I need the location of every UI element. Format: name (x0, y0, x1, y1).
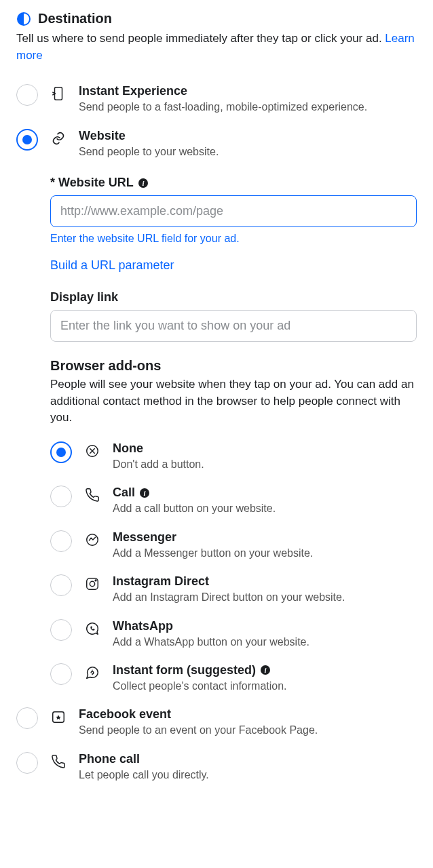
phone-icon (84, 486, 100, 502)
messenger-icon (84, 530, 100, 547)
whatsapp-icon (84, 619, 100, 636)
option-title: Website (79, 129, 417, 143)
website-url-label: * Website URL (50, 176, 134, 190)
option-title: Instant Experience (79, 84, 417, 98)
radio-addon-instant-form[interactable] (50, 663, 72, 685)
none-icon (84, 441, 100, 458)
option-sub: Add a call button on your website. (113, 501, 417, 516)
radio-website[interactable] (16, 129, 38, 151)
radio-addon-instagram[interactable] (50, 574, 72, 596)
option-sub: Add a Messenger button on your website. (113, 546, 417, 561)
option-sub: Collect people's contact information. (113, 679, 417, 694)
option-title: Messenger (113, 530, 417, 545)
option-sub: Don't add a button. (113, 457, 417, 472)
website-url-helper: Enter the website URL field for your ad. (50, 233, 417, 245)
radio-instant-experience[interactable] (16, 84, 38, 106)
website-url-input[interactable] (50, 195, 417, 227)
svg-point-10 (95, 580, 96, 581)
section-description: Tell us where to send people immediately… (16, 31, 417, 64)
option-sub: Send people to a fast-loading, mobile-op… (79, 100, 417, 115)
option-title: Phone call (79, 752, 417, 766)
info-icon[interactable]: i (139, 488, 150, 498)
option-title: None (113, 441, 417, 456)
section-title: Destination (38, 11, 112, 26)
info-icon[interactable]: i (260, 665, 271, 675)
radio-addon-call[interactable] (50, 486, 72, 507)
form-icon (84, 663, 100, 680)
svg-point-9 (90, 581, 94, 586)
phone-icon (50, 752, 67, 769)
build-url-parameter-link[interactable]: Build a URL parameter (50, 258, 417, 273)
option-sub: Add an Instagram Direct button on your w… (113, 590, 417, 605)
option-sub: Add a WhatsApp button on your website. (113, 635, 417, 650)
instagram-icon (84, 574, 100, 591)
browser-addons-desc: People will see your website when they t… (50, 376, 417, 427)
display-link-input[interactable] (50, 310, 417, 342)
svg-rect-1 (55, 87, 62, 100)
option-title: Facebook event (79, 707, 417, 722)
option-sub: Let people call you directly. (79, 768, 417, 783)
radio-phone-call[interactable] (16, 752, 38, 774)
link-icon (50, 129, 67, 146)
radio-facebook-event[interactable] (16, 707, 38, 729)
destination-icon (16, 12, 31, 26)
browser-addons-title: Browser add-ons (50, 358, 417, 374)
instant-experience-icon (50, 84, 67, 101)
radio-addon-none[interactable] (50, 441, 72, 463)
option-title: WhatsApp (113, 619, 417, 633)
display-link-label: Display link (50, 290, 118, 304)
option-title: Instagram Direct (113, 574, 417, 589)
radio-addon-whatsapp[interactable] (50, 619, 72, 641)
info-icon[interactable]: i (138, 178, 149, 189)
event-icon (50, 707, 67, 724)
option-title: Instant form (suggested) (113, 663, 256, 677)
radio-addon-messenger[interactable] (50, 530, 72, 552)
option-sub: Send people to an event on your Facebook… (79, 723, 417, 738)
option-sub: Send people to your website. (79, 144, 417, 159)
option-title: Call (113, 486, 135, 500)
